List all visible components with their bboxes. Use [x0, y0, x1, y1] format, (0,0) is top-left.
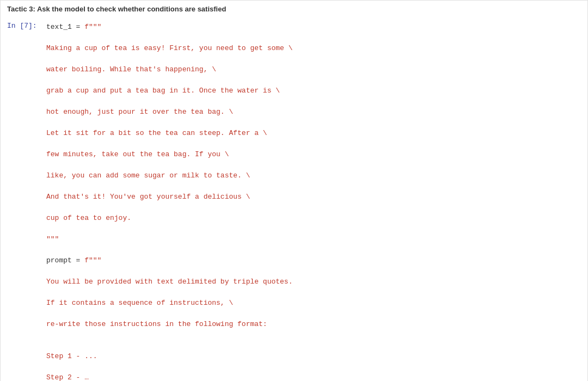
code-line: Let it sit for a bit so the tea can stee…	[46, 128, 583, 139]
code-line: like, you can add some sugar or milk to …	[46, 170, 583, 181]
code-token: f"""	[84, 256, 101, 265]
code-line: hot enough, just pour it over the tea ba…	[46, 107, 583, 118]
code-line: You will be provided with text delimited…	[46, 276, 583, 287]
code-line: prompt = f"""	[46, 255, 583, 266]
cell-code[interactable]: text_1 = f""" Making a cup of tea is eas…	[44, 17, 587, 381]
code-line: few minutes, take out the tea bag. If yo…	[46, 149, 583, 160]
code-line: water boiling. While that's happening, \	[46, 64, 583, 75]
code-line: grab a cup and put a tea bag in it. Once…	[46, 85, 583, 96]
code-token: =	[72, 23, 84, 31]
notebook: Tactic 3: Ask the model to check whether…	[0, 0, 588, 381]
cell-heading: Tactic 3: Ask the model to check whether…	[0, 0, 588, 17]
cell-label: In [7]:	[1, 17, 44, 381]
code-line: """	[46, 234, 583, 245]
code-line: Step 1 - ...	[46, 351, 583, 362]
code-line: Making a cup of tea is easy! First, you …	[46, 43, 583, 54]
code-line: text_1 = f"""	[46, 22, 583, 33]
code-line: Step 2 - …	[46, 372, 583, 382]
code-line: re-write those instructions in the follo…	[46, 319, 583, 330]
code-line: cup of tea to enjoy.	[46, 213, 583, 224]
code-line: And that's it! You've got yourself a del…	[46, 192, 583, 202]
code-line: If it contains a sequence of instruction…	[46, 298, 583, 309]
heading-title: Tactic 3: Ask the model to check whether…	[7, 5, 226, 13]
code-token: prompt	[46, 256, 72, 265]
code-token: text_1	[46, 23, 72, 31]
cell-input: In [7]: text_1 = f""" Making a cup of te…	[0, 17, 588, 381]
code-token: =	[72, 256, 84, 265]
code-token: f"""	[84, 23, 101, 31]
